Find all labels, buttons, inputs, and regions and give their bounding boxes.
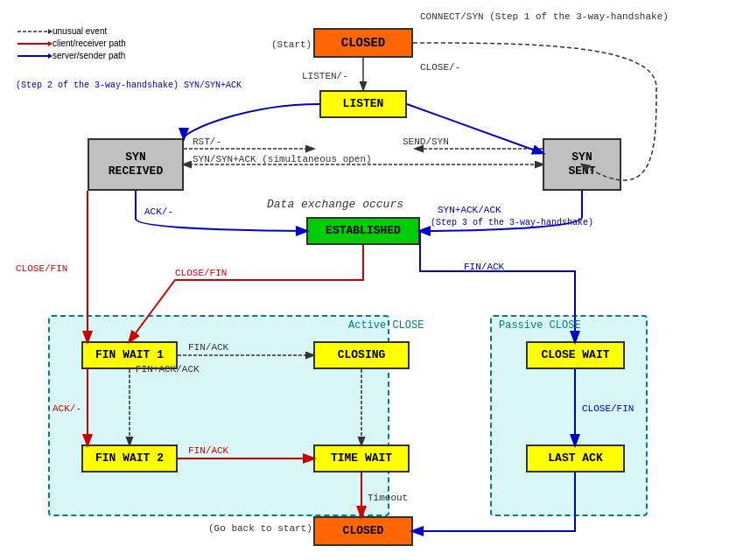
legend-unusual: unusual event [53,26,107,36]
label-rst: RST/- [193,136,221,147]
state-syn-received: SYNRECEIVED [88,138,184,191]
label-listen: LISTEN/- [302,71,348,81]
label-close-fin1: CLOSE/FIN [16,263,67,274]
legend: unusual event client/receiver path serve… [18,26,126,63]
state-closing: CLOSING [313,341,410,369]
label-ack-synack: SYN+ACK/ACK [438,205,501,215]
legend-client: client/receiver path [53,38,126,48]
state-fin-wait2: FIN WAIT 2 [81,444,178,472]
state-closed-top: CLOSED [313,28,413,58]
label-fin-ack-right: FIN/ACK [464,262,505,272]
legend-server: server/sender path [53,51,125,60]
state-close-wait: CLOSE WAIT [526,341,625,369]
state-time-wait: TIME WAIT [313,444,410,472]
svg-line-10 [407,104,543,153]
label-start: (Start) [271,39,312,50]
label-send-syn: SEND/SYN [403,136,449,147]
state-syn-sent: SYNSENT [543,138,621,191]
state-closed-bottom: CLOSED [313,516,413,546]
state-fin-wait1: FIN WAIT 1 [81,341,178,369]
label-step3: (Step 3 of the 3-way-handshake) [431,218,593,228]
state-last-ack: LAST ACK [526,444,625,472]
label-go-back: (Go back to start) [208,523,312,534]
state-listen: LISTEN [319,90,407,118]
label-close-dash1: CLOSE/- [420,62,460,73]
label-ack-dash: ACK/- [144,206,173,217]
state-established: ESTABLISHED [306,217,420,245]
label-close-fin2: CLOSE/FIN [175,268,227,278]
label-data-exchange: Data exchange occurs [267,198,403,211]
tcp-state-diagram: unusual event client/receiver path serve… [0,0,743,560]
label-connect-syn: CONNECT/SYN (Step 1 of the 3-way-handsha… [420,11,669,22]
label-syn-synack: SYN/SYN+ACK (simultaneous open) [193,154,372,164]
label-step2: (Step 2 of the 3-way-handshake) SYN/SYN+… [16,80,242,90]
